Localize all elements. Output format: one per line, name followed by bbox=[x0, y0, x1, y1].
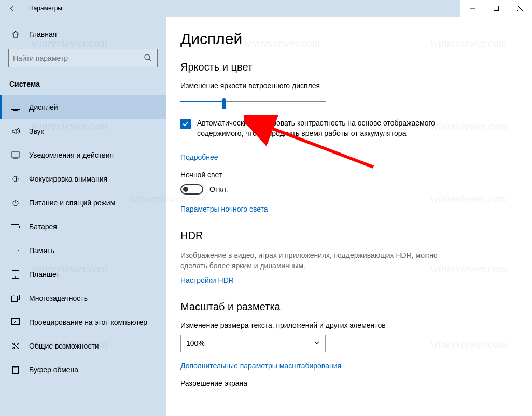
sidebar-item-label: Общие возможности bbox=[29, 342, 99, 350]
svg-rect-24 bbox=[13, 367, 19, 374]
projecting-icon bbox=[10, 318, 21, 326]
sidebar-item-label: Питание и спящий режим bbox=[29, 199, 115, 207]
power-icon bbox=[10, 199, 21, 207]
sidebar-item-label: Проецирование на этот компьютер bbox=[29, 318, 147, 326]
svg-rect-18 bbox=[12, 296, 18, 302]
scale-value: 100% bbox=[186, 339, 205, 348]
sidebar: Главная Система Дисплей Звук Уведомления… bbox=[0, 17, 166, 416]
maximize-button[interactable] bbox=[484, 0, 508, 17]
clipboard-icon bbox=[10, 366, 21, 374]
sidebar-item-storage[interactable]: Память bbox=[0, 239, 166, 262]
sidebar-item-label: Батарея bbox=[29, 223, 57, 231]
auto-contrast-label: Автоматически регулировать контрастность… bbox=[197, 118, 471, 138]
back-button[interactable] bbox=[0, 0, 25, 17]
hdr-description: Изображение в видео, играх и приложениях… bbox=[180, 250, 455, 271]
brightness-slider[interactable] bbox=[180, 95, 326, 107]
svg-rect-8 bbox=[12, 152, 19, 157]
brightness-slider-label: Изменение яркости встроенного дисплея bbox=[180, 81, 511, 90]
sidebar-item-notifications[interactable]: Уведомления и действия bbox=[0, 143, 166, 167]
scale-dropdown[interactable]: 100% bbox=[180, 335, 326, 352]
sidebar-item-tablet[interactable]: Планшет bbox=[0, 262, 166, 286]
sidebar-item-projecting[interactable]: Проецирование на этот компьютер bbox=[0, 310, 166, 334]
sidebar-item-label: Планшет bbox=[29, 270, 60, 279]
sidebar-item-shared[interactable]: Общие возможности bbox=[0, 334, 166, 358]
sidebar-item-label: Уведомления и действия bbox=[29, 151, 114, 159]
notifications-icon bbox=[10, 151, 21, 159]
svg-point-4 bbox=[145, 54, 150, 60]
night-light-state: Откл. bbox=[209, 185, 228, 193]
advanced-scaling-link[interactable]: Дополнительные параметры масштабирования bbox=[180, 362, 511, 370]
svg-line-5 bbox=[149, 59, 151, 61]
learn-more-link[interactable]: Подробнее bbox=[180, 153, 511, 161]
hdr-settings-link[interactable]: Настройки HDR bbox=[180, 276, 511, 284]
tablet-icon bbox=[10, 270, 21, 279]
svg-rect-6 bbox=[11, 104, 20, 110]
sidebar-item-clipboard[interactable]: Буфер обмена bbox=[0, 358, 166, 382]
window-title: Параметры bbox=[29, 5, 62, 12]
night-light-settings-link[interactable]: Параметры ночного света bbox=[180, 205, 511, 213]
main-content: Дисплей Яркость и цвет Изменение яркости… bbox=[166, 17, 532, 416]
sidebar-item-label: Звук bbox=[29, 127, 44, 135]
svg-point-17 bbox=[15, 276, 16, 278]
sidebar-item-label: Дисплей bbox=[29, 103, 58, 112]
svg-rect-19 bbox=[12, 319, 20, 325]
sidebar-item-label: Многозадачность bbox=[29, 294, 88, 302]
search-input[interactable] bbox=[13, 54, 144, 62]
search-icon bbox=[144, 53, 153, 63]
minimize-button[interactable] bbox=[460, 0, 484, 17]
sidebar-item-focus[interactable]: Фокусировка внимания bbox=[0, 167, 166, 191]
sidebar-item-label: Буфер обмена bbox=[29, 366, 78, 374]
svg-rect-12 bbox=[11, 225, 19, 229]
sidebar-group-title: Система bbox=[0, 77, 166, 95]
svg-rect-1 bbox=[494, 6, 499, 11]
home-nav-item[interactable]: Главная bbox=[0, 24, 166, 45]
hdr-heading: HDR bbox=[180, 230, 511, 242]
home-label: Главная bbox=[29, 30, 57, 38]
scale-label: Изменение размера текста, приложений и д… bbox=[180, 321, 511, 329]
focus-icon bbox=[10, 175, 21, 183]
home-icon bbox=[10, 30, 21, 38]
svg-point-15 bbox=[18, 250, 19, 251]
page-title: Дисплей bbox=[180, 30, 511, 48]
battery-icon bbox=[10, 224, 21, 229]
sidebar-item-power[interactable]: Питание и спящий режим bbox=[0, 191, 166, 215]
multitask-icon bbox=[10, 295, 21, 302]
svg-rect-13 bbox=[19, 226, 20, 228]
scale-heading: Масштаб и разметка bbox=[180, 301, 511, 313]
close-button[interactable] bbox=[508, 0, 532, 17]
storage-icon bbox=[10, 248, 21, 253]
sidebar-item-sound[interactable]: Звук bbox=[0, 119, 166, 143]
search-box[interactable] bbox=[8, 49, 158, 67]
chevron-down-icon bbox=[314, 339, 320, 348]
auto-contrast-checkbox[interactable] bbox=[180, 119, 191, 129]
sidebar-item-label: Фокусировка внимания bbox=[29, 175, 107, 183]
night-light-label: Ночной свет bbox=[180, 171, 511, 179]
title-bar: Параметры bbox=[0, 0, 532, 17]
sound-icon bbox=[10, 127, 21, 135]
sidebar-item-label: Память bbox=[29, 246, 54, 255]
resolution-label: Разрешение экрана bbox=[180, 379, 511, 387]
shared-icon bbox=[10, 342, 21, 350]
display-icon bbox=[10, 104, 21, 111]
sidebar-item-battery[interactable]: Батарея bbox=[0, 215, 166, 239]
brightness-heading: Яркость и цвет bbox=[180, 61, 511, 73]
night-light-toggle[interactable] bbox=[180, 184, 203, 195]
sidebar-item-multitask[interactable]: Многозадачность bbox=[0, 286, 166, 310]
sidebar-item-display[interactable]: Дисплей bbox=[0, 95, 166, 119]
